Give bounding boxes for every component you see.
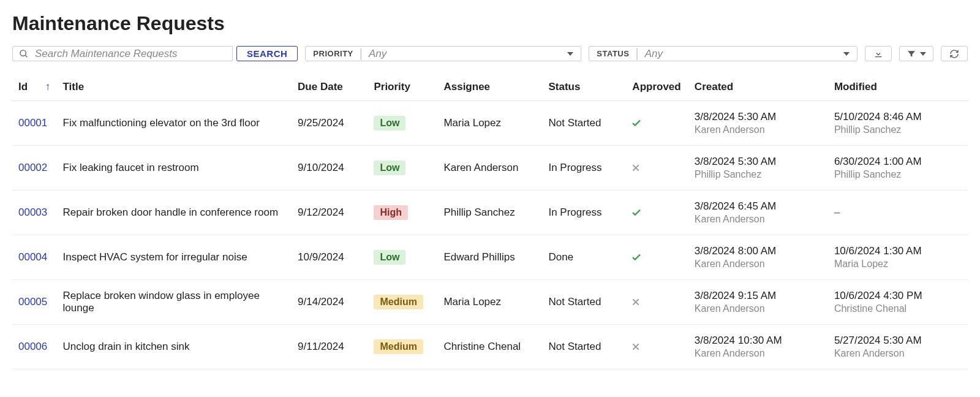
created-timestamp: 3/8/2024 9:15 AM [695,290,822,302]
created-by: Karen Anderson [695,214,822,225]
created-by: Karen Anderson [695,348,822,359]
status: Not Started [542,325,625,369]
request-title: Unclog drain in kitchen sink [57,325,292,369]
chevron-down-icon [567,52,573,56]
request-title: Replace broken window glass in employee … [57,280,292,325]
search-button[interactable]: SEARCH [236,46,298,61]
request-id-link[interactable]: 00006 [18,341,47,352]
table-row[interactable]: 00005Replace broken window glass in empl… [12,280,968,325]
assignee: Maria Lopez [437,101,542,146]
check-icon [631,252,682,263]
col-header-priority[interactable]: Priority [368,74,437,101]
priority-badge: Low [374,161,405,175]
col-header-modified[interactable]: Modified [828,74,968,101]
modified-by: Karen Anderson [834,348,962,359]
status: Not Started [542,101,625,146]
col-header-id[interactable]: Id ↑ [12,74,57,101]
approved-cell [625,191,688,235]
table-row[interactable]: 00006Unclog drain in kitchen sink9/11/20… [12,325,968,369]
svg-point-0 [20,50,26,56]
cross-icon [631,163,682,173]
status-filter[interactable]: STATUS | Any [589,46,858,61]
created-timestamp: 3/8/2024 10:30 AM [695,335,822,347]
due-date: 9/25/2024 [292,101,368,146]
request-title: Fix malfunctioning elevator on the 3rd f… [57,101,292,146]
table-row[interactable]: 00004Inspect HVAC system for irregular n… [12,235,968,280]
priority-filter-label: PRIORITY [313,49,353,58]
modified-timestamp: 5/10/2024 8:46 AM [834,111,962,123]
cross-icon [631,342,682,352]
priority-badge: Medium [374,295,423,309]
table-row[interactable]: 00003Repair broken door handle in confer… [12,191,968,235]
status: In Progress [542,146,625,191]
filter-separator: | [360,47,363,61]
refresh-icon [949,49,959,59]
chevron-down-icon [843,52,850,56]
approved-cell [625,280,688,325]
request-id-link[interactable]: 00005 [18,296,47,308]
svg-line-1 [25,55,27,57]
status-filter-value: Any [645,48,843,60]
status: Not Started [542,280,625,325]
modified-by: Maria Lopez [834,259,962,270]
assignee: Karen Anderson [437,146,542,191]
search-group: SEARCH [12,46,298,61]
modified-by: Phillip Sanchez [834,169,962,180]
priority-badge: Medium [374,339,423,354]
created-by: Karen Anderson [695,259,822,270]
assignee: Christine Chenal [437,325,542,369]
status: In Progress [542,191,625,235]
created-timestamp: 3/8/2024 5:30 AM [695,156,822,168]
filter-separator: | [635,47,638,61]
col-header-status[interactable]: Status [542,74,625,101]
request-title: Inspect HVAC system for irregular noise [57,235,292,280]
assignee: Maria Lopez [437,280,542,325]
check-icon [631,207,682,218]
cross-icon [631,297,682,307]
chevron-down-icon [920,52,926,56]
modified-by: Christine Chenal [834,303,962,314]
table-header-row: Id ↑ Title Due Date Priority Assignee St… [12,74,968,101]
col-header-due[interactable]: Due Date [292,74,368,101]
modified-timestamp: 6/30/2024 1:00 AM [834,156,962,168]
filter-icon [907,49,916,59]
filter-menu-button[interactable] [899,46,933,61]
check-icon [631,118,682,129]
approved-cell [625,235,688,280]
page-title: Maintenance Requests [12,12,968,35]
modified-by: Phillip Sanchez [834,124,962,135]
modified-empty: – [834,206,840,218]
col-header-approved[interactable]: Approved [625,74,688,101]
search-box[interactable] [12,46,233,61]
request-id-link[interactable]: 00003 [18,206,47,218]
table-row[interactable]: 00002Fix leaking faucet in restroom9/10/… [12,146,968,191]
col-header-title[interactable]: Title [57,74,292,101]
download-icon [873,49,883,59]
status: Done [542,235,625,280]
created-timestamp: 3/8/2024 5:30 AM [695,111,822,123]
search-input[interactable] [34,47,226,61]
modified-timestamp: 10/6/2024 1:30 AM [834,245,962,257]
approved-cell [625,325,688,369]
col-header-assignee[interactable]: Assignee [437,74,542,101]
toolbar: SEARCH PRIORITY | Any STATUS | Any [12,46,968,61]
approved-cell [625,146,688,191]
modified-timestamp: 10/6/2024 4:30 PM [834,290,962,302]
col-header-created[interactable]: Created [688,74,828,101]
requests-table: Id ↑ Title Due Date Priority Assignee St… [12,74,968,369]
priority-filter[interactable]: PRIORITY | Any [305,46,581,61]
due-date: 9/14/2024 [292,280,368,325]
priority-badge: High [374,205,408,220]
status-filter-label: STATUS [597,49,629,58]
assignee: Phillip Sanchez [437,191,542,235]
download-button[interactable] [865,46,892,61]
sort-asc-icon: ↑ [45,81,51,93]
table-row[interactable]: 00001Fix malfunctioning elevator on the … [12,101,968,146]
request-id-link[interactable]: 00001 [18,117,47,129]
request-id-link[interactable]: 00002 [18,162,47,173]
request-id-link[interactable]: 00004 [18,251,47,263]
priority-badge: Low [374,116,405,130]
due-date: 9/10/2024 [292,146,368,191]
refresh-button[interactable] [941,46,968,61]
due-date: 10/9/2024 [292,235,368,280]
